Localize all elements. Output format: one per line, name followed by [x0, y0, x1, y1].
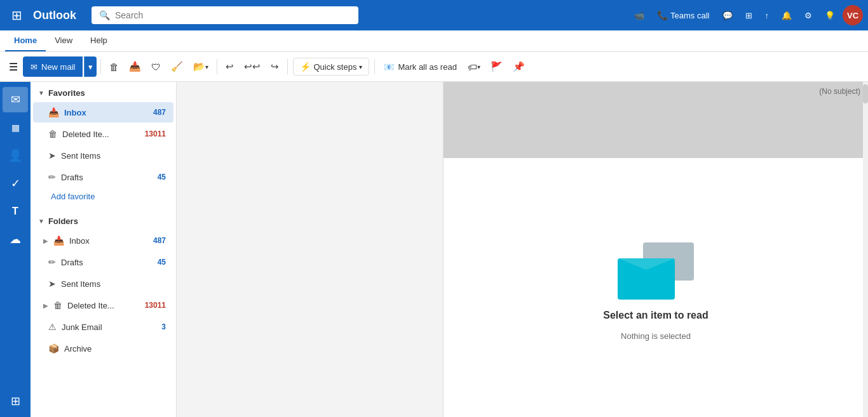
separator-2: [217, 59, 217, 74]
sidebar-item-inbox-fav[interactable]: 📥 Inbox 487: [33, 102, 173, 122]
expand-inbox-icon: ▶: [43, 237, 48, 244]
sent-fav-label: Sent Items: [61, 151, 166, 161]
ribbon: Home View Help ☰ ✉ New mail ▾ 🗑 📥 🛡 🧹 📂 …: [0, 30, 868, 82]
nav-people-button[interactable]: 👤: [3, 143, 28, 168]
drafts-folder-label: Drafts: [61, 258, 153, 267]
new-mail-dropdown-button[interactable]: ▾: [84, 56, 97, 77]
tab-home[interactable]: Home: [5, 30, 46, 51]
sidebar-item-archive-folder[interactable]: 📦 Archive: [33, 338, 173, 359]
reading-pane-scrollbar[interactable]: [863, 82, 868, 417]
gear-icon: ⚙: [804, 11, 812, 20]
deleted-fav-label: Deleted Ite...: [62, 129, 140, 139]
trash-icon: 🗑: [109, 62, 119, 72]
help-button[interactable]: 💡: [820, 7, 840, 24]
bell-button[interactable]: 🔔: [776, 7, 797, 24]
tab-view[interactable]: View: [46, 30, 81, 51]
settings-button[interactable]: ⚙: [799, 7, 817, 24]
folders-header[interactable]: ▼ Folders: [31, 210, 176, 230]
sidebar-item-junk-folder[interactable]: ⚠ Junk Email 3: [33, 317, 173, 337]
inbox-folder-label: Inbox: [69, 236, 148, 246]
tab-help[interactable]: Help: [81, 30, 116, 51]
inbox-fav-label: Inbox: [64, 108, 148, 117]
inbox-folder-count: 487: [153, 236, 166, 245]
move-button[interactable]: 📂 ▾: [189, 58, 213, 76]
deleted-fav-count: 13011: [145, 129, 166, 138]
search-box[interactable]: 🔍: [92, 6, 358, 24]
nav-apps-button[interactable]: ⊞: [3, 388, 28, 414]
nav-teams-button[interactable]: T: [3, 199, 28, 224]
pin-button[interactable]: 📌: [508, 58, 529, 76]
sidebar-item-sent-fav[interactable]: ➤ Sent Items: [33, 145, 173, 166]
email-list[interactable]: [177, 82, 444, 417]
delete-button[interactable]: 🗑: [105, 58, 123, 76]
flag-button[interactable]: 🚩: [486, 58, 507, 76]
tasks-icon: ✓: [11, 176, 20, 190]
sidebar-item-inbox-folder[interactable]: ▶ 📥 Inbox 487: [33, 230, 173, 251]
sidebar-item-deleted-folder[interactable]: ▶ 🗑 Deleted Ite... 13011: [33, 295, 173, 315]
folders-chevron: ▼: [38, 218, 44, 225]
archive-button[interactable]: 📥: [125, 58, 146, 76]
reading-pane-empty: Select an item to read Nothing is select…: [444, 158, 868, 417]
chat-icon-button[interactable]: 💬: [717, 7, 738, 24]
hamburger-menu-button[interactable]: ☰: [5, 57, 22, 77]
grid-icon-button[interactable]: ⊞: [740, 7, 757, 24]
sidebar-item-sent-folder[interactable]: ➤ Sent Items: [33, 274, 173, 294]
reading-pane-title: Select an item to read: [603, 310, 708, 321]
sidebar: ▼ Favorites 📥 Inbox 487 🗑 Deleted Ite...…: [31, 82, 177, 417]
junk-folder-icon: ⚠: [48, 322, 57, 332]
undo-icon: ↩: [226, 61, 234, 72]
teams-call-label: Teams call: [670, 11, 709, 20]
junk-folder-count: 3: [161, 322, 166, 331]
reading-pane: (No subject) Select an item to read Noth…: [444, 82, 868, 417]
reading-pane-subtitle: Nothing is selected: [621, 331, 691, 341]
undo-all-button[interactable]: ↩↩: [240, 58, 265, 76]
new-mail-button[interactable]: ✉ New mail: [23, 56, 83, 77]
app-logo: ⊞ Outlook: [5, 4, 86, 27]
redo-button[interactable]: ↪: [266, 58, 283, 76]
chevron-down-icon-4: ▾: [477, 63, 480, 70]
undo-button[interactable]: ↩: [221, 58, 238, 76]
waffle-icon[interactable]: ⊞: [5, 4, 28, 27]
separator-4: [374, 59, 375, 74]
inbox-folder-icon: 📥: [53, 235, 64, 246]
favorites-label: Favorites: [48, 88, 85, 98]
drafts-folder-icon: ✏: [48, 257, 56, 267]
pin-icon: 📌: [513, 61, 525, 72]
nav-mail-button[interactable]: ✉: [3, 87, 28, 112]
nav-calendar-button[interactable]: ▦: [3, 115, 28, 140]
search-input[interactable]: [115, 10, 351, 20]
quick-steps-button[interactable]: ⚡ Quick steps ▾: [293, 58, 369, 76]
lightbulb-icon: 💡: [825, 11, 835, 20]
app-name: Outlook: [33, 9, 76, 22]
add-favorite-link[interactable]: Add favorite: [31, 188, 176, 205]
share-icon-button[interactable]: ↑: [760, 7, 775, 24]
sidebar-item-deleted-fav[interactable]: 🗑 Deleted Ite... 13011: [33, 124, 173, 144]
report-button[interactable]: 🛡: [147, 58, 165, 76]
folder-move-icon: 📂: [193, 61, 205, 72]
sidebar-item-drafts-fav[interactable]: ✏ Drafts 45: [33, 167, 173, 187]
video-call-button[interactable]: 📹: [629, 7, 649, 24]
calendar-icon: ▦: [11, 122, 20, 133]
redo-icon: ↪: [271, 61, 279, 72]
chevron-down-icon-3: ▾: [359, 63, 362, 70]
separator-3: [287, 59, 288, 74]
drafts-folder-count: 45: [158, 258, 166, 267]
nav-cloud-button[interactable]: ☁: [3, 227, 28, 252]
inbox-fav-count: 487: [153, 108, 166, 117]
inbox-fav-icon: 📥: [48, 107, 59, 117]
tag-button[interactable]: 🏷 ▾: [463, 58, 485, 76]
ribbon-tabs: Home View Help: [0, 30, 868, 52]
folders-label: Folders: [48, 216, 78, 226]
favorites-header[interactable]: ▼ Favorites: [31, 82, 176, 102]
sidebar-item-drafts-folder[interactable]: ✏ Drafts 45: [33, 252, 173, 272]
reading-pane-preview: (No subject): [444, 82, 868, 158]
nav-tasks-button[interactable]: ✓: [3, 171, 28, 196]
chat-icon: 💬: [722, 11, 733, 20]
deleted-folder-count: 13011: [145, 301, 166, 310]
avatar[interactable]: VC: [843, 5, 863, 25]
mark-all-read-button[interactable]: 📧 Mark all as read: [379, 59, 461, 75]
drafts-fav-label: Drafts: [61, 173, 153, 182]
teams-call-button[interactable]: 📞 Teams call: [652, 6, 714, 24]
sweep-button[interactable]: 🧹: [166, 58, 187, 76]
sent-fav-icon: ➤: [48, 150, 56, 161]
